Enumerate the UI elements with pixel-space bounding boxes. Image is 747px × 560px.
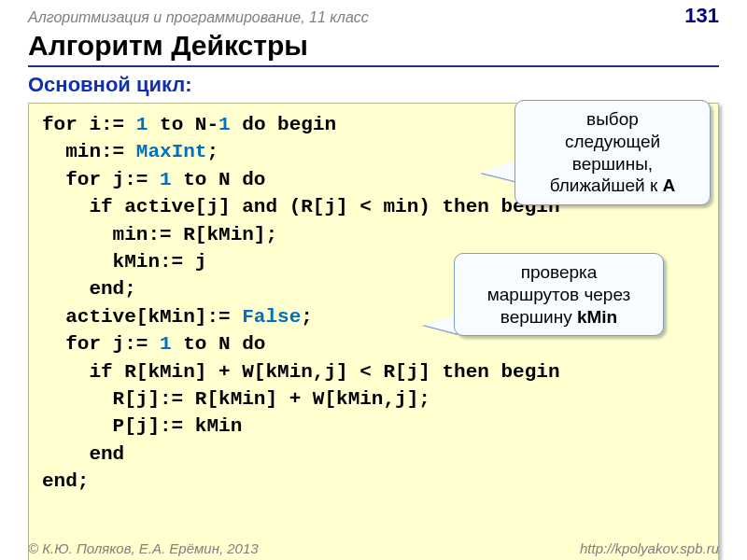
callout-route-check: проверка маршрутов через вершину kMin <box>454 253 664 336</box>
code-line: kMin:= j <box>42 251 206 273</box>
slide-header: Алгоритмизация и программирование, 11 кл… <box>0 0 747 30</box>
course-name: Алгоритмизация и программирование, 11 кл… <box>28 9 369 26</box>
code-line: if active[j] and (R[j] < min) then begin <box>42 196 560 217</box>
section-subtitle: Основной цикл: <box>28 73 719 97</box>
slide-footer: © К.Ю. Поляков, Е.А. Ерёмин, 2013 http:/… <box>0 540 747 556</box>
code-line: end <box>42 443 124 465</box>
page-number: 131 <box>684 4 719 28</box>
code-line: end; <box>42 278 136 300</box>
code-line: R[j]:= R[kMin] + W[kMin,j]; <box>42 388 430 410</box>
code-line: min:= MaxInt; <box>42 141 218 162</box>
code-line: for i:= 1 to N-1 do begin <box>42 114 336 135</box>
callout-tail <box>481 160 518 182</box>
code-line: if R[kMin] + W[kMin,j] < R[j] then begin <box>42 361 560 383</box>
code-line: active[kMin]:= False; <box>42 306 313 328</box>
code-line: P[j]:= kMin <box>42 415 242 437</box>
code-line: for j:= 1 to N do <box>42 333 265 355</box>
footer-url: http://kpolyakov.spb.ru <box>580 540 719 556</box>
code-line: end; <box>42 470 89 492</box>
callout-vertex-select: выбор следующей вершины, ближайшей к A <box>514 100 711 205</box>
copyright: © К.Ю. Поляков, Е.А. Ерёмин, 2013 <box>28 540 259 556</box>
code-line: min:= R[kMin]; <box>42 224 277 245</box>
code-block: for i:= 1 to N-1 do begin min:= MaxInt; … <box>28 103 719 560</box>
page-title: Алгоритм Дейкстры <box>28 30 719 67</box>
code-line: for j:= 1 to N do <box>42 169 265 190</box>
